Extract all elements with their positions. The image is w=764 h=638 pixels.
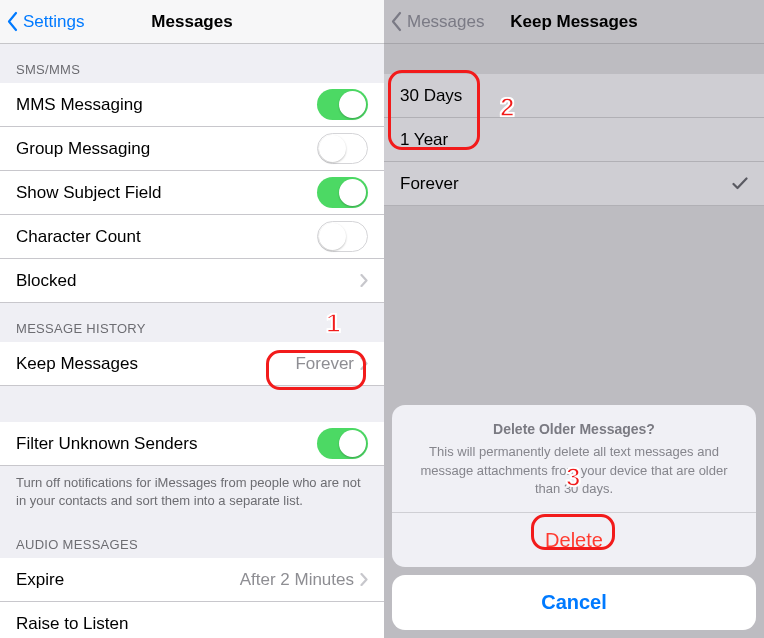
nav-bar: Settings Messages (0, 0, 384, 44)
checkmark-icon (732, 177, 748, 190)
row-group-messaging[interactable]: Group Messaging (0, 127, 384, 171)
action-sheet-card: Delete Older Messages? This will permane… (392, 405, 756, 567)
nav-title: Messages (151, 12, 232, 32)
row-detail-value: Forever (295, 354, 354, 374)
nav-bar: Messages Keep Messages (384, 0, 764, 44)
chevron-left-icon (390, 11, 403, 32)
toggle-charcount[interactable] (317, 221, 368, 252)
option-label: 30 Days (400, 86, 748, 106)
toggle-subject[interactable] (317, 177, 368, 208)
row-detail-value: After 2 Minutes (240, 570, 354, 590)
action-sheet-message: This will permanently delete all text me… (410, 443, 738, 498)
toggle-mms[interactable] (317, 89, 368, 120)
toggle-filter-unknown[interactable] (317, 428, 368, 459)
cancel-button[interactable]: Cancel (392, 575, 756, 630)
chevron-left-icon (6, 11, 19, 32)
chevron-right-icon (360, 274, 368, 287)
action-sheet-header: Delete Older Messages? This will permane… (392, 405, 756, 512)
section-header-audio: AUDIO MESSAGES (0, 519, 384, 558)
toggle-group[interactable] (317, 133, 368, 164)
section-header-history: MESSAGE HISTORY (0, 303, 384, 342)
row-label: Character Count (16, 227, 317, 247)
row-label: Raise to Listen (16, 614, 368, 634)
row-character-count[interactable]: Character Count (0, 215, 384, 259)
row-raise-to-listen[interactable]: Raise to Listen (0, 602, 384, 638)
action-sheet: Delete Older Messages? This will permane… (384, 397, 764, 638)
row-label: Blocked (16, 271, 360, 291)
chevron-right-icon (360, 357, 368, 370)
row-label: Keep Messages (16, 354, 295, 374)
nav-title: Keep Messages (510, 12, 638, 32)
section-header-smsmms: SMS/MMS (0, 44, 384, 83)
row-show-subject[interactable]: Show Subject Field (0, 171, 384, 215)
row-label: MMS Messaging (16, 95, 317, 115)
option-30-days[interactable]: 30 Days (384, 74, 764, 118)
option-forever[interactable]: Forever (384, 162, 764, 206)
row-label: Show Subject Field (16, 183, 317, 203)
row-label: Expire (16, 570, 240, 590)
row-mms-messaging[interactable]: MMS Messaging (0, 83, 384, 127)
chevron-right-icon (360, 573, 368, 586)
row-expire[interactable]: Expire After 2 Minutes (0, 558, 384, 602)
option-label: Forever (400, 174, 732, 194)
settings-messages-pane: Settings Messages SMS/MMS MMS Messaging … (0, 0, 384, 638)
row-label: Group Messaging (16, 139, 317, 159)
nav-back-settings[interactable]: Settings (6, 0, 84, 43)
row-filter-unknown[interactable]: Filter Unknown Senders (0, 422, 384, 466)
option-label: 1 Year (400, 130, 748, 150)
action-sheet-title: Delete Older Messages? (410, 421, 738, 437)
nav-back-label: Messages (407, 12, 484, 32)
nav-back-messages[interactable]: Messages (390, 0, 484, 43)
nav-back-label: Settings (23, 12, 84, 32)
row-blocked[interactable]: Blocked (0, 259, 384, 303)
delete-button[interactable]: Delete (392, 512, 756, 567)
option-1-year[interactable]: 1 Year (384, 118, 764, 162)
keep-messages-pane: Messages Keep Messages 30 Days 1 Year Fo… (384, 0, 764, 638)
row-label: Filter Unknown Senders (16, 434, 317, 454)
row-keep-messages[interactable]: Keep Messages Forever (0, 342, 384, 386)
section-footer-filter: Turn off notifications for iMessages fro… (0, 466, 384, 519)
